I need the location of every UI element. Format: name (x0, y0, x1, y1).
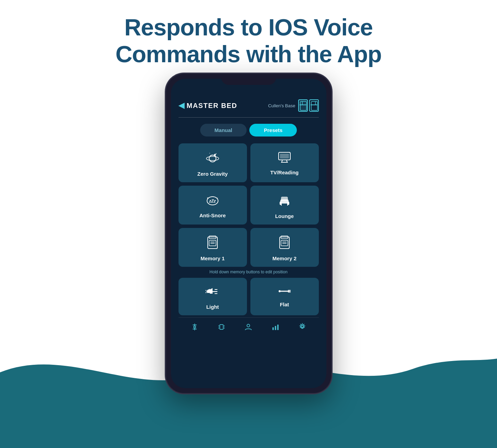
svg-text:✦: ✦ (215, 153, 217, 155)
svg-rect-34 (281, 240, 288, 246)
nav-profile-icon[interactable] (244, 323, 253, 334)
preset-zero-gravity[interactable]: ✦ ✦ Zero Gravity (179, 143, 247, 182)
svg-rect-58 (275, 326, 276, 330)
tab-bar: Manual Presets (179, 124, 319, 136)
svg-rect-49 (220, 325, 223, 329)
bottom-preset-grid: Light Flat (179, 278, 319, 315)
preset-memory-1[interactable]: Memory 1 (179, 228, 247, 267)
preset-grid: ✦ ✦ Zero Gravity (179, 143, 319, 267)
nav-settings-icon[interactable] (298, 323, 307, 334)
svg-line-44 (206, 292, 206, 293)
preset-memory-2[interactable]: Memory 2 (250, 228, 319, 267)
svg-point-56 (247, 324, 250, 327)
svg-line-14 (282, 160, 282, 162)
preset-flat[interactable]: Flat (250, 278, 319, 315)
svg-rect-13 (280, 154, 289, 159)
bed-side-icons (298, 99, 319, 112)
svg-line-15 (287, 160, 287, 162)
bottom-navigation (179, 317, 319, 337)
nav-adjust-icon[interactable] (190, 323, 199, 334)
svg-point-48 (194, 326, 196, 328)
svg-text:zZz: zZz (209, 199, 216, 204)
svg-rect-57 (272, 327, 274, 330)
svg-rect-3 (311, 101, 317, 110)
svg-rect-0 (300, 101, 306, 110)
memory-2-icon (278, 236, 291, 252)
flat-icon (278, 285, 291, 298)
zero-gravity-icon: ✦ ✦ (206, 151, 219, 167)
preset-light[interactable]: Light (179, 278, 247, 315)
svg-marker-38 (210, 288, 213, 294)
svg-point-7 (206, 156, 219, 161)
bed-icon-right[interactable] (309, 99, 319, 112)
light-label: Light (206, 304, 219, 310)
back-arrow-icon: ◀ (179, 101, 185, 110)
preset-tv-reading[interactable]: TV/Reading (250, 143, 319, 182)
phone-mockup: ◀ MASTER BED Cullen's Base (166, 74, 331, 393)
app-top-bar: ◀ MASTER BED Cullen's Base (179, 96, 319, 117)
svg-text:✦: ✦ (209, 152, 210, 154)
tv-reading-icon (278, 151, 291, 166)
svg-point-45 (279, 290, 281, 292)
flat-label: Flat (280, 302, 289, 307)
light-icon (205, 285, 220, 301)
top-divider (179, 117, 319, 118)
hero-title: Responds to IOS Voice Commands with the … (0, 0, 497, 67)
svg-point-6 (209, 155, 216, 162)
tab-presets[interactable]: Presets (249, 124, 297, 136)
hero-line2: Commands with the App (0, 41, 497, 67)
memory-hint: Hold down memory buttons to edit positio… (179, 267, 319, 278)
svg-point-20 (217, 198, 218, 199)
base-label: Cullen's Base (268, 103, 295, 108)
nav-vibrate-icon[interactable] (217, 323, 226, 334)
top-bar-right: Cullen's Base (268, 99, 318, 112)
tab-manual[interactable]: Manual (200, 124, 247, 136)
phone-frame: ◀ MASTER BED Cullen's Base (166, 74, 331, 393)
tv-reading-label: TV/Reading (270, 170, 299, 175)
anti-snore-icon: zZz (205, 193, 220, 209)
screen-title: MASTER BED (187, 102, 237, 110)
lounge-icon (278, 193, 291, 210)
anti-snore-label: Anti-Snore (199, 212, 226, 218)
phone-notch (221, 74, 276, 85)
preset-anti-snore[interactable]: zZz Anti-Snore (179, 186, 247, 225)
back-button[interactable]: ◀ MASTER BED (179, 101, 237, 110)
svg-rect-59 (277, 325, 279, 330)
memory-2-label: Memory 2 (272, 255, 296, 261)
preset-lounge[interactable]: Lounge (250, 186, 319, 225)
memory-1-label: Memory 1 (201, 255, 225, 261)
zero-gravity-label: Zero Gravity (197, 171, 228, 177)
memory-1-icon (206, 236, 219, 252)
bed-icon-left[interactable] (298, 99, 308, 112)
phone-screen: ◀ MASTER BED Cullen's Base (171, 79, 326, 388)
svg-point-19 (207, 197, 208, 199)
svg-rect-29 (209, 240, 216, 246)
svg-line-43 (206, 290, 206, 291)
svg-rect-47 (288, 290, 291, 293)
svg-marker-37 (207, 289, 210, 293)
svg-rect-24 (281, 197, 288, 201)
nav-stats-icon[interactable] (271, 323, 280, 334)
hero-line1: Responds to IOS Voice (0, 14, 497, 41)
lounge-label: Lounge (275, 213, 294, 219)
